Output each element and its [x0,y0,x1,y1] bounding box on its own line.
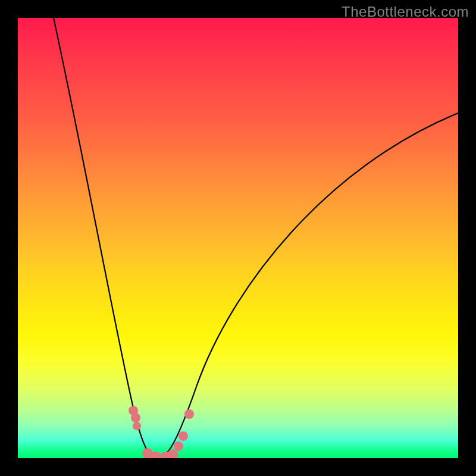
bottleneck-curve [54,18,458,458]
data-points [129,406,194,458]
data-point [131,413,140,422]
data-point [133,422,141,430]
plot-area [18,18,458,458]
data-point [184,409,194,419]
data-point [174,441,183,451]
curve-layer [18,18,458,458]
data-point [178,431,188,441]
watermark-text: TheBottleneck.com [342,4,469,20]
chart-frame: TheBottleneck.com [0,0,476,476]
